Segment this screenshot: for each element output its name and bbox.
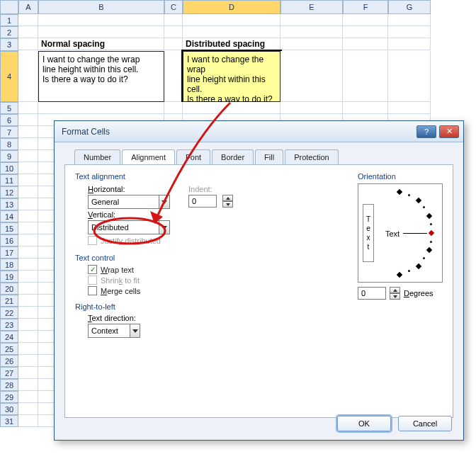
format-cells-dialog: Format Cells ? ✕ Number Alignment Font B… bbox=[54, 120, 464, 441]
rowhead-3[interactable]: 3 bbox=[0, 38, 18, 51]
rowhead-21[interactable]: 21 bbox=[0, 295, 18, 307]
chevron-down-icon[interactable] bbox=[130, 324, 140, 337]
orientation-vertical-text[interactable]: Text bbox=[363, 204, 374, 262]
row-headers: 1 2 3 4 5 6 7 8 9 10 11 12 13 14 15 16 1… bbox=[0, 14, 18, 427]
tab-font[interactable]: Font bbox=[176, 149, 210, 164]
text-direction-value[interactable] bbox=[89, 324, 130, 337]
rowhead-29[interactable]: 29 bbox=[0, 391, 18, 403]
colhead-E[interactable]: E bbox=[280, 0, 343, 14]
colhead-A[interactable]: A bbox=[18, 0, 38, 14]
dialog-tabs: Number Alignment Font Border Fill Protec… bbox=[74, 149, 463, 164]
spinner-down-icon[interactable] bbox=[390, 293, 400, 300]
selectall-corner[interactable] bbox=[0, 0, 18, 14]
orientation-dial[interactable]: Text Text bbox=[358, 183, 443, 283]
rowhead-9[interactable]: 9 bbox=[0, 150, 18, 162]
colhead-B[interactable]: B bbox=[38, 0, 164, 14]
chevron-down-icon[interactable] bbox=[159, 221, 169, 234]
help-button[interactable]: ? bbox=[416, 125, 436, 138]
rowhead-22[interactable]: 22 bbox=[0, 307, 18, 319]
close-button[interactable]: ✕ bbox=[439, 125, 459, 138]
spinner-down-icon[interactable] bbox=[222, 201, 233, 208]
dialog-title: Format Cells bbox=[62, 127, 414, 137]
rowhead-24[interactable]: 24 bbox=[0, 331, 18, 343]
vertical-combo[interactable] bbox=[88, 220, 170, 234]
degrees-spinner[interactable] bbox=[390, 287, 400, 300]
rowhead-4[interactable]: 4 bbox=[0, 51, 18, 102]
colhead-C[interactable]: C bbox=[164, 0, 183, 14]
colhead-F[interactable]: F bbox=[343, 0, 388, 14]
tab-number[interactable]: Number bbox=[74, 149, 120, 164]
degrees-input[interactable] bbox=[358, 287, 386, 300]
horizontal-combo[interactable] bbox=[88, 195, 170, 209]
rowhead-14[interactable]: 14 bbox=[0, 210, 18, 222]
dialog-titlebar[interactable]: Format Cells ? ✕ bbox=[55, 121, 463, 142]
rowhead-16[interactable]: 16 bbox=[0, 234, 18, 246]
alignment-panel: Text alignment Horizontal: Vertical: bbox=[64, 164, 453, 418]
label-text-direction: Text direction: bbox=[88, 314, 443, 322]
rowhead-15[interactable]: 15 bbox=[0, 222, 18, 234]
rowhead-2[interactable]: 2 bbox=[0, 26, 18, 38]
rowhead-20[interactable]: 20 bbox=[0, 283, 18, 295]
cancel-button[interactable]: Cancel bbox=[398, 416, 452, 431]
rowhead-31[interactable]: 31 bbox=[0, 415, 18, 427]
rowhead-10[interactable]: 10 bbox=[0, 162, 18, 174]
rowhead-7[interactable]: 7 bbox=[0, 126, 18, 138]
tab-border[interactable]: Border bbox=[212, 149, 254, 164]
diamond-icon bbox=[397, 189, 402, 195]
cell-B3[interactable]: Normal spacing bbox=[38, 38, 164, 50]
rowhead-6[interactable]: 6 bbox=[0, 114, 18, 126]
vertical-value[interactable] bbox=[89, 221, 159, 234]
rowhead-26[interactable]: 26 bbox=[0, 355, 18, 367]
rowhead-5[interactable]: 5 bbox=[0, 102, 18, 114]
orientation-line bbox=[403, 233, 427, 234]
rowhead-19[interactable]: 19 bbox=[0, 271, 18, 283]
diamond-icon bbox=[416, 198, 421, 203]
shrink-to-fit-label: Shrink to fit bbox=[101, 276, 140, 285]
cell-D3[interactable]: Distributed spacing bbox=[183, 38, 280, 50]
colhead-D[interactable]: D bbox=[183, 0, 280, 14]
spinner-up-icon[interactable] bbox=[390, 287, 400, 293]
chevron-down-icon[interactable] bbox=[159, 195, 169, 208]
diamond-icon bbox=[416, 263, 421, 269]
group-rtl: Right-to-left bbox=[75, 302, 443, 311]
tab-protection[interactable]: Protection bbox=[285, 149, 339, 164]
horizontal-value[interactable] bbox=[89, 195, 159, 208]
justify-distributed-label: Justify distributed bbox=[101, 237, 161, 245]
cell-D4-selected[interactable]: I want to change the wrap line height wi… bbox=[183, 51, 280, 102]
tab-alignment[interactable]: Alignment bbox=[122, 149, 175, 164]
diamond-icon bbox=[426, 247, 432, 253]
text-direction-combo[interactable] bbox=[88, 324, 140, 338]
diamond-current-icon bbox=[429, 230, 434, 236]
rowhead-8[interactable]: 8 bbox=[0, 138, 18, 150]
rowhead-1[interactable]: 1 bbox=[0, 14, 18, 26]
justify-distributed-checkbox: Justify distributed bbox=[88, 236, 170, 245]
label-indent: Indent: bbox=[188, 185, 233, 193]
rowhead-18[interactable]: 18 bbox=[0, 259, 18, 271]
cell-line: line height within this cell. bbox=[187, 74, 276, 94]
spinner-up-icon[interactable] bbox=[222, 195, 233, 201]
rowhead-11[interactable]: 11 bbox=[0, 174, 18, 186]
diamond-icon bbox=[397, 272, 402, 278]
indent-input[interactable] bbox=[188, 195, 217, 208]
rowhead-25[interactable]: 25 bbox=[0, 343, 18, 355]
rowhead-12[interactable]: 12 bbox=[0, 186, 18, 198]
tab-fill[interactable]: Fill bbox=[255, 149, 283, 164]
orientation-horizontal-text: Text bbox=[385, 229, 400, 238]
merge-cells-label: Merge cells bbox=[101, 287, 140, 295]
rowhead-28[interactable]: 28 bbox=[0, 379, 18, 391]
rowhead-30[interactable]: 30 bbox=[0, 403, 18, 415]
colhead-G[interactable]: G bbox=[388, 0, 431, 14]
cell-line: I want to change the wrap bbox=[187, 55, 276, 74]
rowhead-13[interactable]: 13 bbox=[0, 198, 18, 210]
wrap-text-label: Wrap text bbox=[101, 266, 134, 274]
rowhead-17[interactable]: 17 bbox=[0, 246, 18, 259]
ok-button[interactable]: OK bbox=[337, 416, 391, 431]
rowhead-27[interactable]: 27 bbox=[0, 367, 18, 379]
cell-line: Is there a way to do it? bbox=[42, 74, 160, 84]
cell-B4[interactable]: I want to change the wrap line height wi… bbox=[38, 51, 164, 102]
label-vertical: Vertical: bbox=[88, 210, 170, 219]
indent-spinner[interactable] bbox=[222, 195, 233, 208]
rowhead-23[interactable]: 23 bbox=[0, 319, 18, 331]
degrees-label: Degrees bbox=[404, 289, 434, 297]
cell-line: I want to change the wrap bbox=[42, 55, 160, 64]
